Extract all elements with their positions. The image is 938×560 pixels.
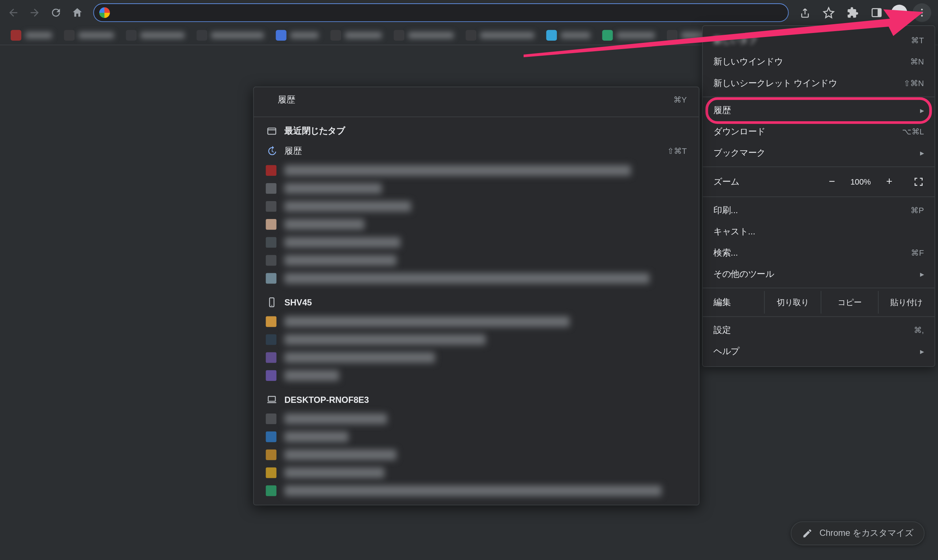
history-item[interactable] [254,409,699,428]
forward-button[interactable] [25,3,44,22]
history-title [284,272,649,283]
chevron-right-icon: ▸ [920,106,924,115]
menu-label: 印刷... [713,205,738,217]
address-input[interactable] [116,8,783,18]
history-item[interactable] [254,330,699,348]
history-title [284,467,384,478]
menu-help[interactable]: ヘルプ ▸ [703,341,935,362]
bookmark-label [561,31,590,38]
device-section[interactable]: DESKTOP-RNOF8E3 [254,384,699,409]
history-item[interactable] [254,179,699,197]
menu-zoom: ズーム − 100% + [703,170,935,194]
bookmark-item[interactable] [462,28,538,42]
history-title: 履歴 [278,94,295,106]
history-item[interactable] [254,481,699,499]
history-item[interactable] [254,269,699,287]
history-item[interactable] [254,312,699,330]
menu-label: キャスト... [713,226,755,238]
menu-label: 履歴 [713,105,731,117]
reload-icon [50,6,62,18]
sidepanel-icon [870,6,883,18]
history-item[interactable] [254,197,699,215]
history-title [284,218,364,229]
menu-separator [703,317,935,317]
menu-shortcut: ⌥⌘L [902,127,924,136]
extensions-button[interactable] [844,3,862,22]
menu-label: 編集 [703,296,764,308]
device-name: DESKTOP-RNOF8E3 [284,394,369,405]
history-item[interactable] [254,463,699,481]
svg-point-7 [271,305,272,306]
menu-label: その他のツール [713,268,774,280]
menu-separator [254,117,699,117]
device-section[interactable]: SHV45 [254,287,699,312]
bookmark-item[interactable] [272,28,322,42]
history-item[interactable] [254,366,699,384]
bookmark-favicon [64,30,75,40]
history-item[interactable] [254,348,699,366]
full-history-link[interactable]: 履歴 ⇧⌘T [254,141,699,161]
bookmark-item[interactable] [60,28,118,42]
svg-rect-8 [268,396,275,401]
bookmark-label [345,31,382,38]
bookmark-item[interactable] [122,28,189,42]
history-favicon [266,272,276,283]
menu-separator [703,196,935,197]
profile-avatar[interactable] [891,5,907,21]
menu-shortcut: ⇧⌘N [904,79,924,88]
customize-chrome-button[interactable]: Chrome をカスタマイズ [791,521,924,545]
history-title [284,413,387,424]
menu-settings[interactable]: 設定 ⌘, [703,320,935,341]
fullscreen-icon [913,177,924,187]
bookmark-item[interactable] [327,28,386,42]
bookmark-item[interactable] [390,28,457,42]
puzzle-icon [847,6,859,18]
menu-bookmarks[interactable]: ブックマーク ▸ [703,143,935,164]
history-favicon [266,431,276,442]
menu-new-tab[interactable]: 新しいタブ ⌘T [703,30,935,51]
history-item[interactable] [254,251,699,269]
history-title [284,370,339,380]
bookmark-item[interactable] [193,28,268,42]
address-bar[interactable] [94,3,789,22]
menu-more-tools[interactable]: その他のツール ▸ [703,264,935,285]
history-item[interactable] [254,161,699,179]
history-item[interactable] [254,445,699,463]
menu-new-window[interactable]: 新しいウインドウ ⌘N [703,51,935,72]
fullscreen-button[interactable] [909,172,928,191]
menu-history[interactable]: 履歴 ▸ [703,100,935,121]
annotation-highlight [705,97,932,124]
shortcut: ⇧⌘T [667,146,687,155]
history-item[interactable] [254,233,699,251]
sidepanel-button[interactable] [867,3,886,22]
home-icon [71,6,83,18]
menu-cast[interactable]: キャスト... [703,221,935,243]
bookmark-item[interactable] [6,28,56,42]
share-button[interactable] [795,3,814,22]
menu-incognito[interactable]: 新しいシークレット ウインドウ ⇧⌘N [703,72,935,94]
reload-button[interactable] [46,3,65,22]
menu-find[interactable]: 検索... ⌘F [703,243,935,264]
recently-closed-tabs[interactable]: 最近閉じたタブ [254,121,699,142]
svg-rect-1 [878,9,881,17]
arrow-left-icon [7,6,19,18]
edit-paste-button[interactable]: 貼り付け [878,291,934,314]
share-icon [799,7,810,18]
zoom-in-button[interactable]: + [881,174,897,190]
history-header: 履歴 ⌘Y [254,87,699,112]
bookmark-item[interactable] [598,28,659,42]
home-button[interactable] [68,3,86,22]
zoom-out-button[interactable]: − [824,174,840,190]
menu-print[interactable]: 印刷... ⌘P [703,200,935,221]
history-item[interactable] [254,428,699,445]
bookmark-item[interactable] [542,28,594,42]
history-item[interactable] [254,215,699,233]
back-button[interactable] [4,3,23,22]
chrome-menu-button[interactable] [913,3,932,22]
edit-copy-button[interactable]: コピー [821,291,878,314]
bookmark-star-button[interactable] [819,3,838,22]
history-favicon [266,352,276,363]
menu-downloads[interactable]: ダウンロード ⌥⌘L [703,121,935,143]
menu-shortcut: ⌘T [911,36,924,45]
edit-cut-button[interactable]: 切り取り [764,291,821,314]
